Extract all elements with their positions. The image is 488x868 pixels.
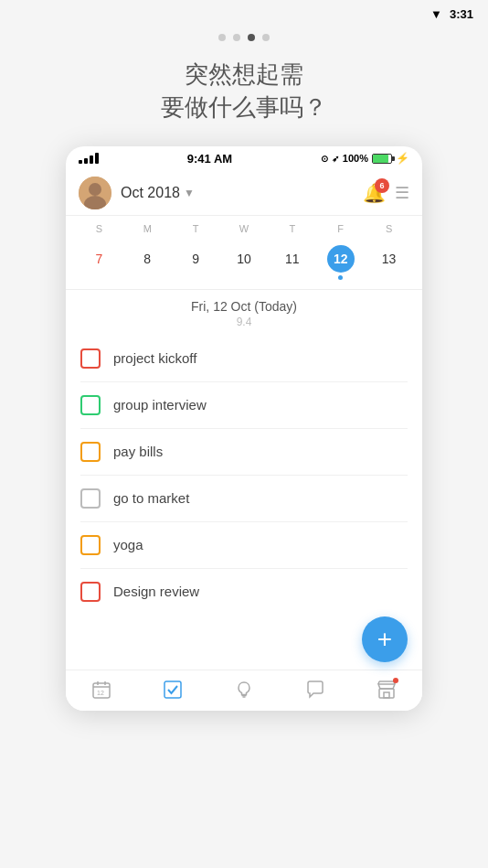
nav-chat[interactable]	[305, 680, 325, 700]
svg-point-1	[89, 183, 101, 196]
task-item-2[interactable]: group interview	[80, 382, 408, 429]
svg-rect-8	[164, 681, 181, 698]
inner-status-bar: 9:41 AM ⊙ ➶ 100% ⚡	[66, 146, 422, 169]
task-label-2: group interview	[113, 397, 207, 413]
day-num-12: 12	[327, 245, 355, 273]
phone-frame: 9:41 AM ⊙ ➶ 100% ⚡ Oct 2018 ▼	[66, 146, 422, 711]
task-checkbox-1[interactable]	[80, 348, 101, 369]
weekday-sun: S	[75, 221, 123, 236]
weekday-wed: W	[220, 221, 269, 236]
signal-bar-2	[84, 158, 88, 164]
task-item-5[interactable]: yoga	[80, 522, 408, 569]
day-num-7: 7	[85, 245, 112, 273]
add-task-button[interactable]: +	[362, 616, 408, 662]
notification-badge: 6	[375, 178, 389, 193]
cal-day-12[interactable]: 12	[316, 240, 365, 285]
calendar-header: Oct 2018 ▼ 🔔 6 ☰	[66, 169, 422, 216]
bell-container[interactable]: 🔔 6	[363, 182, 386, 204]
svg-rect-12	[384, 692, 389, 698]
fab-container: +	[66, 624, 422, 670]
dot-4	[262, 34, 270, 41]
signal-area	[79, 153, 99, 164]
today-dot	[338, 275, 343, 280]
month-label: Oct 2018	[121, 185, 180, 201]
nav-calendar[interactable]: 12	[91, 680, 111, 700]
task-item-1[interactable]: project kickoff	[80, 336, 408, 382]
lightbulb-icon	[234, 680, 254, 700]
battery-fill	[373, 155, 388, 163]
battery-percent: 100%	[343, 153, 368, 164]
cal-day-7[interactable]: 7	[75, 240, 123, 285]
battery-icon	[372, 154, 392, 164]
signal-bar-1	[79, 160, 82, 164]
status-bar: ▼ 3:31	[0, 0, 488, 25]
task-checkbox-5[interactable]	[80, 535, 101, 555]
calendar-grid: S M T W T F S 7 8 9 10 11 12	[66, 216, 422, 289]
bottom-nav: 12	[66, 670, 422, 711]
svg-rect-11	[379, 689, 394, 698]
headline: 突然想起需 要做什么事吗？	[161, 58, 327, 124]
chat-icon	[305, 680, 325, 700]
avatar-image	[79, 177, 111, 209]
cal-day-9[interactable]: 9	[172, 240, 220, 285]
signal-bar-3	[90, 155, 93, 164]
menu-icon[interactable]: ☰	[395, 183, 409, 203]
date-title: Fri, 12 Oct (Today)	[66, 299, 422, 314]
cal-day-10[interactable]: 10	[220, 240, 269, 285]
headline-line1: 突然想起需	[161, 58, 327, 91]
arrow-icon: ➶	[332, 154, 339, 164]
store-dot	[393, 678, 398, 683]
wifi-icon: ▼	[430, 7, 442, 21]
date-sub: 9.4	[66, 316, 422, 328]
day-num-11: 11	[279, 245, 306, 273]
status-time: 3:31	[450, 7, 473, 21]
weekday-mon: M	[123, 221, 172, 236]
page-indicators	[218, 34, 270, 41]
task-label-4: go to market	[113, 490, 189, 506]
location-icon: ⊙	[321, 154, 328, 164]
weekday-fri: F	[316, 221, 365, 236]
day-num-9: 9	[182, 245, 209, 273]
avatar[interactable]	[79, 177, 111, 209]
weekday-tue: T	[172, 221, 220, 236]
battery-area: ⊙ ➶ 100% ⚡	[321, 152, 409, 165]
day-num-10: 10	[230, 245, 258, 273]
cal-header-left: Oct 2018 ▼	[79, 177, 195, 209]
nav-tasks[interactable]	[163, 680, 183, 700]
day-num-13: 13	[376, 245, 403, 273]
cal-day-8[interactable]: 8	[123, 240, 172, 285]
dot-1	[218, 34, 226, 41]
check-icon	[163, 680, 183, 700]
headline-line2: 要做什么事吗？	[161, 91, 327, 123]
chevron-down-icon: ▼	[184, 187, 195, 199]
dot-2	[233, 34, 240, 41]
task-checkbox-6[interactable]	[80, 582, 101, 602]
nav-store[interactable]	[377, 680, 397, 700]
task-item-6[interactable]: Design review	[80, 569, 408, 615]
month-selector[interactable]: Oct 2018 ▼	[121, 185, 195, 201]
cal-header-right: 🔔 6 ☰	[363, 182, 409, 204]
task-checkbox-4[interactable]	[80, 488, 101, 509]
day-num-8: 8	[133, 245, 161, 273]
svg-line-13	[378, 681, 379, 684]
date-header: Fri, 12 Oct (Today) 9.4	[66, 289, 422, 332]
task-label-5: yoga	[113, 537, 143, 552]
task-item-3[interactable]: pay bills	[80, 429, 408, 476]
task-list: project kickoff group interview pay bill…	[66, 332, 422, 624]
nav-ideas[interactable]	[234, 680, 254, 700]
calendar-icon: 12	[91, 680, 111, 700]
charging-icon: ⚡	[396, 152, 409, 165]
signal-bar-4	[95, 153, 99, 164]
weekdays-row: S M T W T F S	[75, 221, 413, 236]
weekday-sat: S	[365, 221, 413, 236]
task-checkbox-3[interactable]	[80, 442, 101, 462]
task-label-6: Design review	[113, 584, 199, 599]
cal-day-13[interactable]: 13	[365, 240, 413, 285]
weekday-thu: T	[268, 221, 316, 236]
task-item-4[interactable]: go to market	[80, 476, 408, 522]
task-checkbox-2[interactable]	[80, 395, 101, 415]
svg-text:12: 12	[97, 690, 104, 696]
cal-day-11[interactable]: 11	[268, 240, 316, 285]
plus-icon: +	[377, 625, 392, 654]
dot-3	[248, 34, 255, 41]
